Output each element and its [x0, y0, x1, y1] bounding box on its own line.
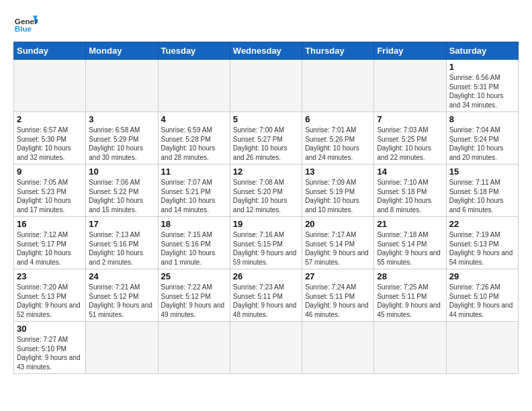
calendar-cell: [158, 322, 230, 374]
calendar-cell: 15Sunrise: 7:11 AM Sunset: 5:18 PM Dayli…: [446, 165, 518, 217]
day-info: Sunrise: 7:26 AM Sunset: 5:10 PM Dayligh…: [449, 283, 515, 319]
calendar-cell: [14, 60, 86, 112]
day-info: Sunrise: 7:15 AM Sunset: 5:16 PM Dayligh…: [161, 230, 227, 267]
week-row-4: 23Sunrise: 7:20 AM Sunset: 5:13 PM Dayli…: [14, 269, 519, 322]
calendar-cell: 16Sunrise: 7:12 AM Sunset: 5:17 PM Dayli…: [14, 217, 86, 269]
day-number: 27: [305, 271, 371, 281]
day-number: 4: [161, 114, 227, 124]
calendar-cell: [86, 322, 158, 374]
day-info: Sunrise: 7:09 AM Sunset: 5:19 PM Dayligh…: [305, 178, 371, 214]
day-header-saturday: Saturday: [446, 42, 518, 60]
calendar-cell: 22Sunrise: 7:19 AM Sunset: 5:13 PM Dayli…: [446, 217, 518, 269]
calendar-cell: [374, 60, 446, 112]
day-number: 7: [377, 114, 443, 124]
day-info: Sunrise: 7:20 AM Sunset: 5:13 PM Dayligh…: [17, 283, 83, 319]
day-info: Sunrise: 7:19 AM Sunset: 5:13 PM Dayligh…: [449, 230, 515, 267]
calendar-cell: 7Sunrise: 7:03 AM Sunset: 5:25 PM Daylig…: [374, 112, 446, 165]
day-info: Sunrise: 7:12 AM Sunset: 5:17 PM Dayligh…: [17, 230, 83, 267]
day-number: 16: [17, 219, 83, 229]
calendar-cell: [302, 322, 374, 374]
day-info: Sunrise: 7:24 AM Sunset: 5:11 PM Dayligh…: [305, 283, 371, 319]
calendar-cell: 2Sunrise: 6:57 AM Sunset: 5:30 PM Daylig…: [14, 112, 86, 165]
day-header-monday: Monday: [86, 42, 158, 60]
week-row-1: 2Sunrise: 6:57 AM Sunset: 5:30 PM Daylig…: [14, 112, 519, 165]
day-number: 24: [89, 271, 154, 281]
week-row-0: 1Sunrise: 6:56 AM Sunset: 5:31 PM Daylig…: [14, 60, 519, 112]
day-info: Sunrise: 7:10 AM Sunset: 5:18 PM Dayligh…: [377, 178, 443, 214]
day-number: 15: [449, 167, 515, 177]
calendar-cell: 14Sunrise: 7:10 AM Sunset: 5:18 PM Dayli…: [374, 165, 446, 217]
calendar-cell: 25Sunrise: 7:22 AM Sunset: 5:12 PM Dayli…: [158, 269, 230, 322]
day-info: Sunrise: 7:25 AM Sunset: 5:11 PM Dayligh…: [377, 283, 443, 319]
day-info: Sunrise: 7:01 AM Sunset: 5:26 PM Dayligh…: [305, 126, 371, 162]
day-number: 2: [17, 114, 83, 124]
calendar-cell: 13Sunrise: 7:09 AM Sunset: 5:19 PM Dayli…: [302, 165, 374, 217]
calendar-cell: 5Sunrise: 7:00 AM Sunset: 5:27 PM Daylig…: [230, 112, 302, 165]
calendar-cell: 21Sunrise: 7:18 AM Sunset: 5:14 PM Dayli…: [374, 217, 446, 269]
day-info: Sunrise: 7:16 AM Sunset: 5:15 PM Dayligh…: [233, 230, 299, 267]
day-info: Sunrise: 7:04 AM Sunset: 5:24 PM Dayligh…: [449, 126, 515, 162]
day-number: 10: [89, 167, 154, 177]
day-number: 28: [377, 271, 443, 281]
day-info: Sunrise: 7:00 AM Sunset: 5:27 PM Dayligh…: [233, 126, 299, 162]
day-info: Sunrise: 7:08 AM Sunset: 5:20 PM Dayligh…: [233, 178, 299, 214]
day-number: 18: [161, 219, 227, 229]
day-info: Sunrise: 7:23 AM Sunset: 5:11 PM Dayligh…: [233, 283, 299, 319]
calendar-cell: 8Sunrise: 7:04 AM Sunset: 5:24 PM Daylig…: [446, 112, 518, 165]
calendar-cell: [230, 60, 302, 112]
day-header-wednesday: Wednesday: [230, 42, 302, 60]
svg-text:Blue: Blue: [15, 24, 32, 33]
calendar-cell: 30Sunrise: 7:27 AM Sunset: 5:10 PM Dayli…: [14, 322, 86, 374]
calendar-cell: 23Sunrise: 7:20 AM Sunset: 5:13 PM Dayli…: [14, 269, 86, 322]
day-info: Sunrise: 7:21 AM Sunset: 5:12 PM Dayligh…: [89, 283, 154, 319]
calendar-cell: 1Sunrise: 6:56 AM Sunset: 5:31 PM Daylig…: [446, 60, 518, 112]
calendar-cell: 29Sunrise: 7:26 AM Sunset: 5:10 PM Dayli…: [446, 269, 518, 322]
calendar-cell: 24Sunrise: 7:21 AM Sunset: 5:12 PM Dayli…: [86, 269, 158, 322]
calendar-cell: 17Sunrise: 7:13 AM Sunset: 5:16 PM Dayli…: [86, 217, 158, 269]
week-row-3: 16Sunrise: 7:12 AM Sunset: 5:17 PM Dayli…: [14, 217, 519, 269]
calendar-cell: 4Sunrise: 6:59 AM Sunset: 5:28 PM Daylig…: [158, 112, 230, 165]
day-info: Sunrise: 7:05 AM Sunset: 5:23 PM Dayligh…: [17, 178, 83, 214]
day-info: Sunrise: 7:27 AM Sunset: 5:10 PM Dayligh…: [17, 335, 83, 371]
calendar-cell: 26Sunrise: 7:23 AM Sunset: 5:11 PM Dayli…: [230, 269, 302, 322]
day-info: Sunrise: 6:57 AM Sunset: 5:30 PM Dayligh…: [17, 126, 83, 162]
calendar-cell: [158, 60, 230, 112]
header: General Blue: [13, 11, 519, 35]
calendar-header-row: SundayMondayTuesdayWednesdayThursdayFrid…: [14, 42, 519, 60]
calendar-cell: 6Sunrise: 7:01 AM Sunset: 5:26 PM Daylig…: [302, 112, 374, 165]
day-info: Sunrise: 7:18 AM Sunset: 5:14 PM Dayligh…: [377, 230, 443, 267]
day-header-friday: Friday: [374, 42, 446, 60]
day-header-thursday: Thursday: [302, 42, 374, 60]
day-number: 3: [89, 114, 154, 124]
day-number: 21: [377, 219, 443, 229]
day-number: 26: [233, 271, 299, 281]
day-number: 13: [305, 167, 371, 177]
day-header-sunday: Sunday: [14, 42, 86, 60]
calendar-cell: [446, 322, 518, 374]
week-row-5: 30Sunrise: 7:27 AM Sunset: 5:10 PM Dayli…: [14, 322, 519, 374]
calendar-cell: 9Sunrise: 7:05 AM Sunset: 5:23 PM Daylig…: [14, 165, 86, 217]
calendar: SundayMondayTuesdayWednesdayThursdayFrid…: [13, 42, 519, 374]
day-info: Sunrise: 7:13 AM Sunset: 5:16 PM Dayligh…: [89, 230, 154, 267]
day-number: 12: [233, 167, 299, 177]
day-number: 1: [449, 62, 515, 72]
day-number: 19: [233, 219, 299, 229]
day-header-tuesday: Tuesday: [158, 42, 230, 60]
logo-icon: General Blue: [13, 11, 38, 35]
day-number: 17: [89, 219, 154, 229]
day-number: 14: [377, 167, 443, 177]
calendar-cell: [230, 322, 302, 374]
calendar-cell: [302, 60, 374, 112]
day-number: 22: [449, 219, 515, 229]
calendar-cell: 11Sunrise: 7:07 AM Sunset: 5:21 PM Dayli…: [158, 165, 230, 217]
week-row-2: 9Sunrise: 7:05 AM Sunset: 5:23 PM Daylig…: [14, 165, 519, 217]
day-info: Sunrise: 7:17 AM Sunset: 5:14 PM Dayligh…: [305, 230, 371, 267]
calendar-cell: 27Sunrise: 7:24 AM Sunset: 5:11 PM Dayli…: [302, 269, 374, 322]
calendar-cell: 12Sunrise: 7:08 AM Sunset: 5:20 PM Dayli…: [230, 165, 302, 217]
calendar-cell: 19Sunrise: 7:16 AM Sunset: 5:15 PM Dayli…: [230, 217, 302, 269]
day-info: Sunrise: 7:03 AM Sunset: 5:25 PM Dayligh…: [377, 126, 443, 162]
day-number: 23: [17, 271, 83, 281]
day-info: Sunrise: 6:59 AM Sunset: 5:28 PM Dayligh…: [161, 126, 227, 162]
day-number: 30: [17, 324, 83, 334]
day-info: Sunrise: 7:11 AM Sunset: 5:18 PM Dayligh…: [449, 178, 515, 214]
